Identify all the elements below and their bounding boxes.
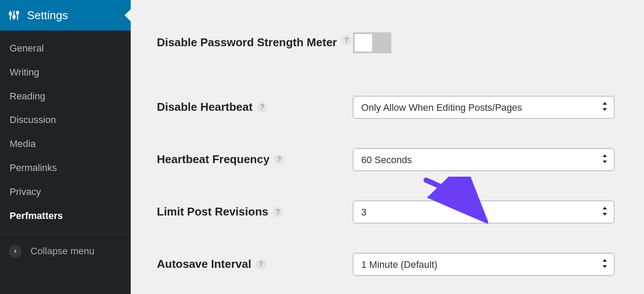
sidebar-item-reading[interactable]: Reading (0, 85, 131, 109)
sidebar-item-label: Reading (10, 91, 45, 102)
help-icon[interactable]: ? (256, 259, 266, 270)
disable-heartbeat-select-wrap: Only Allow When Editing Posts/Pages (353, 96, 614, 119)
setting-label: Limit Post Revisions ? (157, 204, 353, 219)
disable-heartbeat-select[interactable]: Only Allow When Editing Posts/Pages (353, 96, 614, 119)
sidebar-item-media[interactable]: Media (0, 132, 131, 156)
sidebar-item-label: Perfmatters (10, 210, 63, 221)
label-text: Disable Password Strength Meter (157, 35, 337, 50)
svg-rect-4 (13, 16, 15, 18)
setting-label: Autosave Interval ? (157, 256, 353, 272)
admin-sidebar: Settings General Writing Reading Discuss… (0, 0, 131, 294)
collapse-arrow-icon (9, 245, 22, 258)
row-limit-post-revisions: Limit Post Revisions ? 3 (131, 199, 644, 225)
sidebar-item-discussion[interactable]: Discussion (0, 108, 131, 132)
help-icon[interactable]: ? (273, 207, 283, 217)
collapse-menu-label: Collapse menu (31, 246, 95, 257)
row-autosave-interval: Autosave Interval ? 1 Minute (Default) (131, 251, 644, 277)
heartbeat-frequency-select-wrap: 60 Seconds (353, 148, 614, 171)
autosave-interval-select-wrap: 1 Minute (Default) (353, 253, 614, 276)
label-text: Heartbeat Frequency (157, 152, 270, 167)
disable-password-meter-toggle[interactable] (353, 32, 391, 53)
autosave-interval-select[interactable]: 1 Minute (Default) (353, 253, 614, 276)
sidebar-item-perfmatters[interactable]: Perfmatters (0, 204, 131, 228)
setting-label: Heartbeat Frequency ? (157, 152, 353, 167)
svg-rect-5 (17, 12, 19, 14)
sidebar-item-label: Permalinks (10, 162, 57, 173)
settings-form: Disable Password Strength Meter ? Disabl… (131, 0, 644, 294)
sidebar-item-privacy[interactable]: Privacy (0, 180, 131, 204)
label-text: Limit Post Revisions (157, 204, 268, 219)
limit-revisions-select-wrap: 3 (353, 201, 614, 223)
sidebar-item-permalinks[interactable]: Permalinks (0, 156, 131, 180)
sidebar-item-label: Discussion (10, 114, 56, 125)
help-icon[interactable]: ? (341, 35, 352, 45)
sidebar-submenu: General Writing Reading Discussion Media… (0, 31, 131, 232)
sidebar-item-label: Privacy (10, 186, 41, 197)
sidebar-item-label: General (10, 43, 44, 54)
sliders-icon (8, 9, 20, 21)
row-heartbeat-frequency: Heartbeat Frequency ? 60 Seconds (131, 147, 644, 173)
sidebar-item-general[interactable]: General (0, 37, 131, 61)
svg-rect-3 (10, 13, 12, 15)
sidebar-item-label: Writing (10, 67, 39, 78)
help-icon[interactable]: ? (257, 102, 268, 113)
sidebar-header-settings[interactable]: Settings (0, 0, 131, 31)
toggle-knob (355, 34, 372, 51)
setting-label: Disable Password Strength Meter ? (157, 35, 353, 50)
collapse-menu-button[interactable]: Collapse menu (0, 235, 131, 267)
row-disable-heartbeat: Disable Heartbeat ? Only Allow When Edit… (131, 94, 644, 120)
label-text: Disable Heartbeat (157, 99, 253, 115)
limit-revisions-select[interactable]: 3 (353, 201, 614, 223)
sidebar-item-writing[interactable]: Writing (0, 61, 131, 85)
label-text: Autosave Interval (157, 256, 251, 272)
sidebar-item-label: Media (10, 138, 36, 149)
heartbeat-frequency-select[interactable]: 60 Seconds (353, 148, 614, 171)
setting-label: Disable Heartbeat ? (157, 99, 353, 115)
row-disable-password-meter: Disable Password Strength Meter ? (131, 30, 644, 56)
sidebar-title: Settings (27, 9, 68, 22)
active-menu-pointer-icon (125, 9, 131, 21)
help-icon[interactable]: ? (274, 154, 285, 165)
